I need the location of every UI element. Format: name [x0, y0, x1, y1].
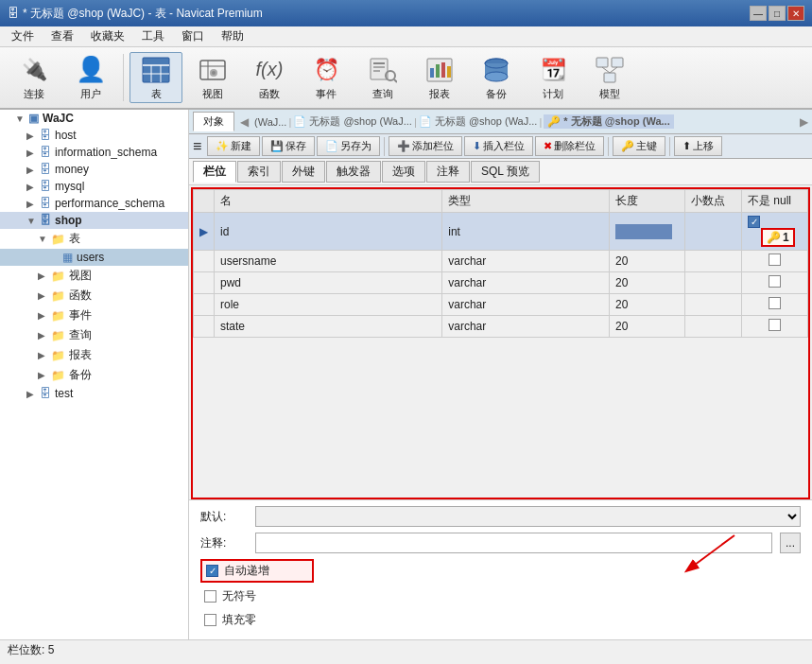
title-bar: 🗄 * 无标题 @shop (WaJC) - 表 - Navicat Premi…	[0, 0, 812, 26]
cell-type-usersname[interactable]: varchar	[442, 251, 610, 272]
cell-name-pwd[interactable]: pwd	[215, 272, 442, 294]
tool-report[interactable]: 报表	[413, 52, 466, 103]
cell-type-state[interactable]: varchar	[442, 316, 610, 338]
minimize-button[interactable]: —	[750, 6, 767, 21]
notnull-checkbox-role[interactable]	[769, 297, 781, 309]
tool-view[interactable]: 视图	[186, 52, 239, 103]
sidebar-item-backup-folder[interactable]: ▶ 📁 备份	[0, 365, 188, 385]
obj-save-button[interactable]: 💾 保存	[262, 136, 315, 156]
notnull-checkbox-id[interactable]: ✓	[748, 216, 760, 228]
close-button[interactable]: ✕	[787, 6, 804, 21]
obj-moveup-button[interactable]: ⬆ 上移	[674, 136, 722, 156]
menu-tools[interactable]: 工具	[134, 26, 172, 46]
tab-object[interactable]: 对象	[193, 112, 234, 131]
comment-input[interactable]	[255, 533, 772, 553]
cell-type-pwd[interactable]: varchar	[442, 272, 610, 294]
key-icon: 🔑	[767, 231, 781, 244]
table-row[interactable]: usersname varchar 20	[194, 251, 808, 272]
sidebar-item-money[interactable]: ▶ 🗄 money	[0, 161, 188, 178]
unsigned-label[interactable]: 无符号	[222, 588, 256, 604]
tool-table[interactable]: 表	[130, 52, 182, 103]
cell-name-state[interactable]: state	[215, 316, 442, 338]
sidebar-item-events-folder[interactable]: ▶ 📁 事件	[0, 306, 188, 325]
tool-function[interactable]: f(x) 函数	[243, 52, 296, 103]
obj-saveas-button[interactable]: 📄 另存为	[317, 136, 380, 156]
table-row[interactable]: state varchar 20	[194, 316, 808, 338]
sidebar-item-tables-folder[interactable]: ▼ 📁 表	[0, 229, 188, 249]
sidebar-item-queries-folder[interactable]: ▶ 📁 查询	[0, 325, 188, 345]
subtab-columns[interactable]: 栏位	[193, 161, 236, 183]
menu-window[interactable]: 窗口	[174, 26, 212, 46]
notnull-checkbox-state[interactable]	[769, 319, 781, 331]
shop-icon: 🗄	[40, 214, 51, 227]
event-icon: ⏰	[311, 55, 341, 85]
view-icon	[198, 55, 228, 85]
cell-name-usersname[interactable]: usersname	[215, 251, 442, 272]
sidebar-item-shop[interactable]: ▼ 🗄 shop	[0, 212, 188, 229]
fillzero-checkbox[interactable]	[204, 614, 216, 626]
cell-length-id[interactable]	[610, 213, 685, 251]
tool-schedule[interactable]: 📆 计划	[527, 52, 579, 103]
cell-name-id[interactable]: id	[215, 213, 442, 251]
table-view-icon: ≡	[193, 138, 201, 155]
auto-increment-checkbox[interactable]: ✓	[206, 565, 218, 577]
auto-increment-label[interactable]: 自动递增	[224, 563, 269, 579]
row-indicator-2	[194, 251, 215, 272]
query-icon	[368, 55, 398, 85]
sidebar-item-mysql[interactable]: ▶ 🗄 mysql	[0, 178, 188, 195]
obj-addcol-button[interactable]: ➕ 添加栏位	[389, 136, 462, 156]
tool-model[interactable]: 模型	[583, 52, 636, 103]
table-row[interactable]: role varchar 20	[194, 294, 808, 316]
sidebar-item-perfschema[interactable]: ▶ 🗄 performance_schema	[0, 195, 188, 212]
obj-deletecol-button[interactable]: ✖ 删除栏位	[535, 136, 604, 156]
menu-file[interactable]: 文件	[4, 26, 42, 46]
maximize-button[interactable]: □	[769, 6, 786, 21]
sidebar-item-functions-folder[interactable]: ▶ 📁 函数	[0, 286, 188, 306]
obj-insertcol-button[interactable]: ⬇ 插入栏位	[464, 136, 533, 156]
user-icon: 👤	[76, 55, 106, 85]
cell-length-state[interactable]: 20	[610, 316, 685, 338]
sidebar-item-users-table[interactable]: ▦ users	[0, 249, 188, 266]
menu-view[interactable]: 查看	[43, 26, 81, 46]
obj-new-button[interactable]: ✨ 新建	[207, 136, 260, 156]
comment-browse-button[interactable]: ...	[780, 533, 801, 553]
unsigned-checkbox[interactable]	[204, 590, 216, 603]
sidebar-item-views-folder[interactable]: ▶ 📁 视图	[0, 266, 188, 286]
obj-primarykey-button[interactable]: 🔑 主键	[613, 136, 665, 156]
sidebar-item-host[interactable]: ▶ 🗄 host	[0, 127, 188, 144]
subtab-foreignkeys[interactable]: 外键	[282, 161, 325, 183]
subtab-triggers[interactable]: 触发器	[326, 161, 381, 183]
table-row[interactable]: ▶ id int ✓ 🔑	[194, 213, 808, 251]
fillzero-label[interactable]: 填充零	[222, 612, 256, 628]
default-select[interactable]	[255, 506, 801, 527]
sidebar-item-wajc[interactable]: ▼ ▣ WaJC	[0, 110, 188, 127]
menu-favorites[interactable]: 收藏夹	[83, 26, 132, 46]
tool-query[interactable]: 查询	[356, 52, 409, 103]
notnull-checkbox-pwd[interactable]	[769, 275, 781, 288]
app-icon: 🗄	[8, 7, 19, 20]
subtab-indexes[interactable]: 索引	[237, 161, 281, 183]
tool-backup[interactable]: 备份	[470, 52, 523, 103]
cell-length-usersname[interactable]: 20	[610, 251, 685, 272]
window-controls[interactable]: — □ ✕	[750, 6, 804, 21]
subtab-sqlpreview[interactable]: SQL 预览	[471, 161, 540, 183]
cell-name-role[interactable]: role	[215, 294, 442, 316]
cell-type-id[interactable]: int	[442, 213, 610, 251]
svg-point-9	[212, 71, 216, 75]
subtab-comment[interactable]: 注释	[426, 161, 470, 183]
notnull-checkbox-usersname[interactable]	[769, 253, 781, 266]
cell-type-role[interactable]: varchar	[442, 294, 610, 316]
subtab-options[interactable]: 选项	[382, 161, 425, 183]
moveup-icon: ⬆	[682, 140, 691, 152]
tool-user[interactable]: 👤 用户	[64, 52, 117, 103]
sidebar-item-infoschema[interactable]: ▶ 🗄 information_schema	[0, 144, 188, 161]
menu-help[interactable]: 帮助	[214, 26, 251, 46]
sidebar-item-test[interactable]: ▶ 🗄 test	[0, 385, 188, 402]
table-row[interactable]: pwd varchar 20	[194, 272, 808, 294]
cell-length-pwd[interactable]: 20	[610, 272, 685, 294]
tool-connect[interactable]: 🔌 连接	[8, 52, 60, 103]
sidebar-item-reports-folder[interactable]: ▶ 📁 报表	[0, 345, 188, 365]
cell-length-role[interactable]: 20	[610, 294, 685, 316]
tab-more-button[interactable]: ▶	[800, 115, 808, 129]
tool-event[interactable]: ⏰ 事件	[300, 52, 353, 103]
